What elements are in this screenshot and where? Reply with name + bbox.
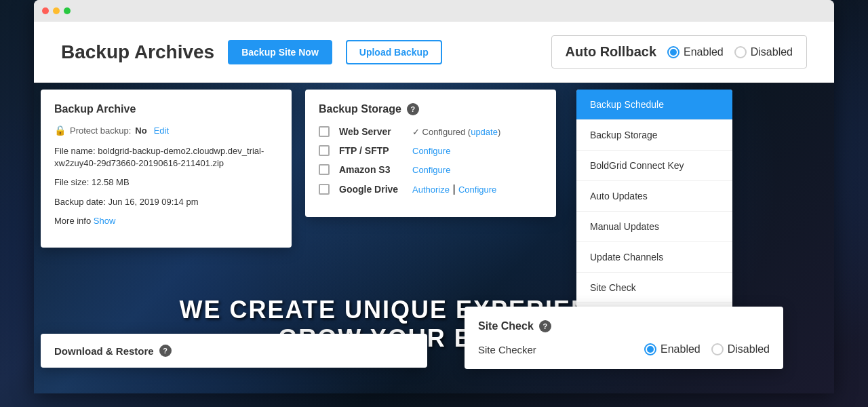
more-info-row: More info Show bbox=[54, 215, 278, 227]
auto-rollback-enabled-label: Enabled bbox=[684, 46, 724, 58]
menu-item-connect-key[interactable]: BoldGrid Connect Key bbox=[576, 151, 732, 181]
s3-configure-link[interactable]: Configure bbox=[412, 165, 542, 175]
auto-rollback-enabled-option[interactable]: Enabled bbox=[667, 46, 724, 58]
gdrive-configure-link[interactable]: Configure bbox=[458, 185, 496, 195]
site-checker-radio-group: Enabled Disabled bbox=[644, 343, 770, 355]
menu-item-update-channels[interactable]: Update Channels bbox=[576, 242, 732, 273]
backup-storage-label: Backup Storage bbox=[319, 103, 401, 115]
site-check-label: Site Check bbox=[478, 320, 534, 332]
site-check-title: Site Check ? bbox=[478, 320, 770, 332]
file-name-label: File name: bbox=[54, 146, 96, 156]
storage-row-webserver: Web Server ✓ Configured (update) bbox=[319, 126, 542, 137]
ftp-name: FTP / SFTP bbox=[339, 145, 407, 156]
webserver-checkbox[interactable] bbox=[319, 126, 330, 137]
ftp-checkbox[interactable] bbox=[319, 145, 330, 156]
header-bar: Backup Archives Backup Site Now Upload B… bbox=[34, 22, 834, 83]
more-info-label: More info bbox=[54, 216, 91, 226]
storage-row-gdrive: Google Drive Authorize | Configure bbox=[319, 183, 542, 195]
auto-rollback-radio-group: Enabled Disabled bbox=[667, 46, 793, 58]
header-left: Backup Archives Backup Site Now Upload B… bbox=[61, 40, 442, 64]
backup-storage-title: Backup Storage ? bbox=[319, 103, 542, 115]
download-restore-help-icon[interactable]: ? bbox=[159, 345, 172, 357]
site-checker-disabled-label: Disabled bbox=[728, 343, 770, 355]
browser-minimize-dot[interactable] bbox=[53, 7, 60, 14]
auto-rollback-disabled-option[interactable]: Disabled bbox=[734, 46, 793, 58]
auto-rollback-enabled-radio[interactable] bbox=[667, 46, 679, 58]
auto-rollback-label: Auto Rollback bbox=[566, 44, 656, 60]
site-checker-enabled-label: Enabled bbox=[660, 343, 701, 355]
nav-menu-card: Backup Schedule Backup Storage BoldGrid … bbox=[576, 90, 732, 333]
edit-link[interactable]: Edit bbox=[154, 125, 169, 136]
site-check-card: Site Check ? Site Checker Enabled Disabl… bbox=[465, 307, 783, 369]
gdrive-links: Authorize | Configure bbox=[412, 183, 542, 195]
file-name-row: File name: boldgrid-backup-demo2.cloudwp… bbox=[54, 145, 278, 170]
site-checker-row: Site Checker Enabled Disabled bbox=[478, 343, 770, 355]
browser-maximize-dot[interactable] bbox=[64, 7, 71, 14]
backup-now-button[interactable]: Backup Site Now bbox=[228, 40, 332, 64]
background-section: WE CREATE UNIQUE EXPERIENCES TO GROW YOU… bbox=[34, 83, 834, 393]
file-size-label: File size: bbox=[54, 177, 89, 187]
upload-backup-button[interactable]: Upload Backup bbox=[346, 40, 442, 64]
backup-date-row: Backup date: Jun 16, 2019 09:14 pm bbox=[54, 196, 278, 208]
site-checker-label: Site Checker bbox=[478, 344, 536, 355]
s3-checkbox[interactable] bbox=[319, 164, 330, 175]
backup-date-label: Backup date: bbox=[54, 197, 106, 207]
backup-date-value: Jun 16, 2019 09:14 pm bbox=[108, 197, 199, 207]
menu-item-backup-storage[interactable]: Backup Storage bbox=[576, 120, 732, 151]
browser-close-dot[interactable] bbox=[42, 7, 49, 14]
webserver-name: Web Server bbox=[339, 126, 407, 137]
backup-storage-card: Backup Storage ? Web Server ✓ Configured… bbox=[305, 90, 556, 217]
download-restore-title: Download & Restore ? bbox=[54, 345, 414, 357]
browser-window: Backup Archives Backup Site Now Upload B… bbox=[34, 0, 834, 393]
file-size-row: File size: 12.58 MB bbox=[54, 176, 278, 189]
webserver-status: ✓ Configured (update) bbox=[412, 127, 542, 137]
lock-icon: 🔒 bbox=[54, 125, 66, 136]
site-checker-enabled-option[interactable]: Enabled bbox=[644, 343, 701, 355]
storage-row-s3: Amazon S3 Configure bbox=[319, 164, 542, 175]
file-size-value: 12.58 MB bbox=[92, 177, 130, 187]
menu-item-manual-updates[interactable]: Manual Updates bbox=[576, 212, 732, 242]
storage-row-ftp: FTP / SFTP Configure bbox=[319, 145, 542, 156]
site-checker-disabled-radio[interactable] bbox=[711, 343, 724, 355]
auto-rollback-panel: Auto Rollback Enabled Disabled bbox=[551, 35, 807, 69]
download-restore-label: Download & Restore bbox=[54, 345, 154, 357]
gdrive-authorize-link[interactable]: Authorize bbox=[412, 185, 450, 195]
menu-item-auto-updates[interactable]: Auto Updates bbox=[576, 181, 732, 212]
show-link[interactable]: Show bbox=[94, 216, 116, 226]
auto-rollback-disabled-label: Disabled bbox=[751, 46, 793, 58]
ftp-configure-link[interactable]: Configure bbox=[412, 146, 542, 156]
browser-titlebar bbox=[34, 0, 834, 22]
gdrive-checkbox[interactable] bbox=[319, 184, 330, 195]
page-title: Backup Archives bbox=[61, 41, 214, 63]
backup-storage-help-icon[interactable]: ? bbox=[407, 103, 419, 115]
site-checker-disabled-option[interactable]: Disabled bbox=[711, 343, 770, 355]
gdrive-name: Google Drive bbox=[339, 184, 407, 195]
auto-rollback-disabled-radio[interactable] bbox=[734, 46, 747, 58]
backup-archive-card: Backup Archive 🔒 Protect backup: No Edit… bbox=[41, 90, 292, 248]
backup-archive-title: Backup Archive bbox=[54, 103, 278, 115]
webserver-update-link[interactable]: update bbox=[471, 127, 498, 137]
browser-content: Backup Archives Backup Site Now Upload B… bbox=[34, 22, 834, 393]
gdrive-separator: | bbox=[452, 183, 458, 195]
s3-name: Amazon S3 bbox=[339, 164, 407, 175]
protect-value: No bbox=[135, 125, 146, 136]
menu-item-site-check[interactable]: Site Check bbox=[576, 273, 732, 303]
site-check-help-icon[interactable]: ? bbox=[539, 320, 551, 332]
menu-item-backup-schedule[interactable]: Backup Schedule bbox=[576, 90, 732, 120]
protect-label: Protect backup: bbox=[70, 125, 131, 136]
download-restore-card: Download & Restore ? bbox=[41, 334, 427, 368]
protect-row: 🔒 Protect backup: No Edit bbox=[54, 125, 278, 136]
site-checker-enabled-radio[interactable] bbox=[644, 343, 656, 355]
